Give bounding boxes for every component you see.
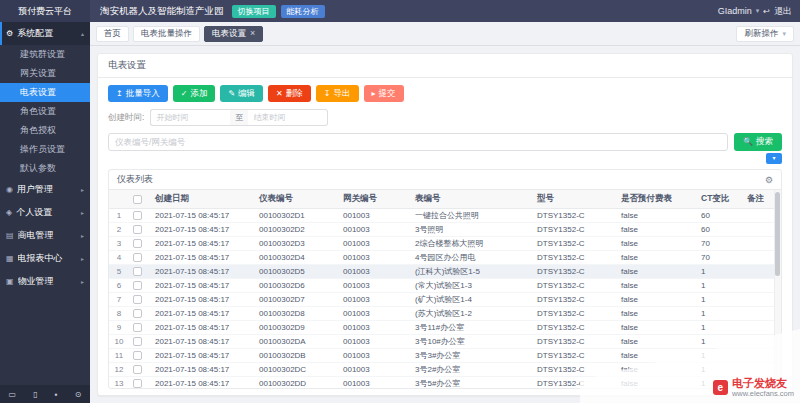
sidebar-section[interactable]: ⚙系统配置▴ bbox=[0, 22, 90, 45]
table-row[interactable]: 62021-07-15 08:45:1700100302D6001003(常大)… bbox=[109, 278, 781, 292]
header-chip-button[interactable]: 能耗分析 bbox=[281, 5, 325, 18]
filter-toggle-button[interactable]: ▾ bbox=[766, 153, 782, 164]
end-date-input[interactable] bbox=[248, 109, 328, 126]
sidebar-section[interactable]: ▦电报表中心▸ bbox=[0, 247, 90, 270]
table-row[interactable]: 52021-07-15 08:45:1700100302D5001003(江科大… bbox=[109, 264, 781, 278]
table-row[interactable]: 132021-07-15 08:45:1700100302DD0010033号5… bbox=[109, 376, 781, 388]
sidebar-section[interactable]: ▣物业管理▸ bbox=[0, 270, 90, 293]
monitor-icon[interactable]: ▭ bbox=[9, 390, 17, 399]
search-button[interactable]: 🔍 搜索 bbox=[734, 133, 782, 151]
tab-bar: 首页电表批量操作电表设置× 刷新操作 ▾ bbox=[90, 22, 800, 46]
chevron-icon: ▸ bbox=[81, 209, 84, 216]
card-body: ↥批量导入✓添加✎编辑✕删除↧导出▸提交 创建时间: 至 🔍 搜索 bbox=[98, 78, 792, 395]
cell-gateway-no: 001003 bbox=[339, 292, 411, 306]
row-select-cell bbox=[129, 362, 151, 376]
row-checkbox[interactable] bbox=[133, 267, 142, 276]
row-select-cell bbox=[129, 264, 151, 278]
sidebar-section[interactable]: ◉用户管理▸ bbox=[0, 178, 90, 201]
table-row[interactable]: 82021-07-15 08:45:1700100302D8001003(苏大)… bbox=[109, 306, 781, 320]
cell-gateway-no: 001003 bbox=[339, 348, 411, 362]
table-row[interactable]: 32021-07-15 08:45:1700100302D30010032综合楼… bbox=[109, 236, 781, 250]
gear-icon: ⚙ bbox=[6, 29, 13, 38]
row-checkbox[interactable] bbox=[133, 295, 142, 304]
settings-card: 电表设置 ↥批量导入✓添加✎编辑✕删除↧导出▸提交 创建时间: 至 🔍 bbox=[97, 53, 793, 396]
table-settings-gear-icon[interactable]: ⚙ bbox=[765, 175, 773, 185]
select-all-checkbox[interactable] bbox=[133, 195, 142, 204]
row-checkbox[interactable] bbox=[133, 337, 142, 346]
cell-model: DTSY1352-C bbox=[533, 292, 617, 306]
sidebar-subitem[interactable]: 电表设置 bbox=[0, 83, 90, 102]
edit-icon: ✎ bbox=[228, 90, 235, 98]
row-index: 13 bbox=[109, 376, 129, 388]
cell-model: DTSY1352-C bbox=[533, 250, 617, 264]
table-row[interactable]: 72021-07-15 08:45:1700100302D7001003(矿大)… bbox=[109, 292, 781, 306]
project-title: 淘安机器人及智能制造产业园 bbox=[100, 5, 224, 18]
toolbar-button[interactable]: ✓添加 bbox=[173, 85, 216, 102]
column-header-select bbox=[129, 190, 151, 208]
table-title-bar: 仪表列表 ⚙ bbox=[109, 170, 781, 190]
tab[interactable]: 电表设置× bbox=[204, 26, 263, 42]
sidebar-subitem[interactable]: 默认参数 bbox=[0, 159, 90, 178]
sidebar-section-label: 物业管理 bbox=[18, 275, 79, 288]
building-icon: ▣ bbox=[6, 277, 14, 286]
username[interactable]: GIadmin bbox=[718, 6, 752, 16]
sidebar-section-label: 商电管理 bbox=[18, 229, 79, 242]
row-checkbox[interactable] bbox=[133, 365, 142, 374]
row-checkbox[interactable] bbox=[133, 211, 142, 220]
row-checkbox[interactable] bbox=[133, 309, 142, 318]
toolbar-button[interactable]: ✕删除 bbox=[268, 85, 311, 102]
power-icon[interactable]: ⊙ bbox=[75, 390, 82, 399]
cell-ct: 1 bbox=[697, 362, 743, 376]
table-row[interactable]: 102021-07-15 08:45:1700100302DA0010033号1… bbox=[109, 334, 781, 348]
toolbar-button[interactable]: ↧导出 bbox=[316, 85, 359, 102]
row-select-cell bbox=[129, 320, 151, 334]
column-header: 网关编号 bbox=[339, 190, 411, 208]
cell-model: DTSY1352-C bbox=[533, 334, 617, 348]
cell-prepaid: false bbox=[617, 250, 697, 264]
tab[interactable]: 电表批量操作 bbox=[133, 26, 200, 42]
table-row[interactable]: 112021-07-15 08:45:1700100302DB0010033号3… bbox=[109, 348, 781, 362]
sidebar-subitem[interactable]: 操作员设置 bbox=[0, 140, 90, 159]
cell-gateway-no: 001003 bbox=[339, 264, 411, 278]
cell-gateway-no: 001003 bbox=[339, 278, 411, 292]
mobile-icon[interactable]: ▯ bbox=[33, 390, 37, 399]
table-row[interactable]: 42021-07-15 08:45:1700100302D40010034号园区… bbox=[109, 250, 781, 264]
table-row[interactable]: 92021-07-15 08:45:1700100302D90010033号11… bbox=[109, 320, 781, 334]
sidebar-section[interactable]: ▤商电管理▸ bbox=[0, 224, 90, 247]
tab-actions-label: 刷新操作 bbox=[744, 28, 778, 40]
cell-meter-no: 00100302DD bbox=[255, 376, 339, 388]
table-row[interactable]: 12021-07-15 08:45:1700100302D1001003一键拉合… bbox=[109, 208, 781, 222]
column-header: 型号 bbox=[533, 190, 617, 208]
vertical-scrollbar[interactable] bbox=[774, 190, 781, 388]
header-chip-button[interactable]: 切换项目 bbox=[232, 5, 276, 18]
toolbar-button[interactable]: ✎编辑 bbox=[220, 85, 263, 102]
cell-prepaid: false bbox=[617, 278, 697, 292]
toolbar-button[interactable]: ▸提交 bbox=[364, 85, 404, 102]
row-checkbox[interactable] bbox=[133, 239, 142, 248]
sidebar-subitem[interactable]: 角色设置 bbox=[0, 102, 90, 121]
tab[interactable]: 首页 bbox=[96, 26, 129, 42]
search-input[interactable] bbox=[108, 133, 728, 151]
sidebar-subitem[interactable]: 角色授权 bbox=[0, 121, 90, 140]
tab-close-icon[interactable]: × bbox=[250, 29, 255, 38]
row-checkbox[interactable] bbox=[133, 225, 142, 234]
start-date-input[interactable] bbox=[150, 109, 230, 126]
sidebar-subitem[interactable]: 建筑群设置 bbox=[0, 45, 90, 64]
header-chips: 切换项目能耗分析 bbox=[232, 5, 330, 18]
row-checkbox[interactable] bbox=[133, 253, 142, 262]
row-checkbox[interactable] bbox=[133, 281, 142, 290]
scrollbar-thumb[interactable] bbox=[775, 192, 780, 276]
table-row[interactable]: 22021-07-15 08:45:1700100302D20010033号照明… bbox=[109, 222, 781, 236]
sidebar-section[interactable]: ◈个人设置▸ bbox=[0, 201, 90, 224]
row-checkbox[interactable] bbox=[133, 323, 142, 332]
lock-icon[interactable]: ▪ bbox=[55, 390, 58, 399]
logout-button[interactable]: 退出 bbox=[774, 5, 792, 18]
table-row[interactable]: 122021-07-15 08:45:1700100302DC0010033号2… bbox=[109, 362, 781, 376]
sidebar-subitem[interactable]: 网关设置 bbox=[0, 64, 90, 83]
users-icon: ◉ bbox=[6, 185, 13, 194]
toolbar-button-label: 导出 bbox=[334, 88, 351, 100]
row-checkbox[interactable] bbox=[133, 379, 142, 388]
row-checkbox[interactable] bbox=[133, 351, 142, 360]
tab-actions-dropdown[interactable]: 刷新操作 ▾ bbox=[736, 26, 794, 42]
toolbar-button[interactable]: ↥批量导入 bbox=[108, 85, 168, 102]
